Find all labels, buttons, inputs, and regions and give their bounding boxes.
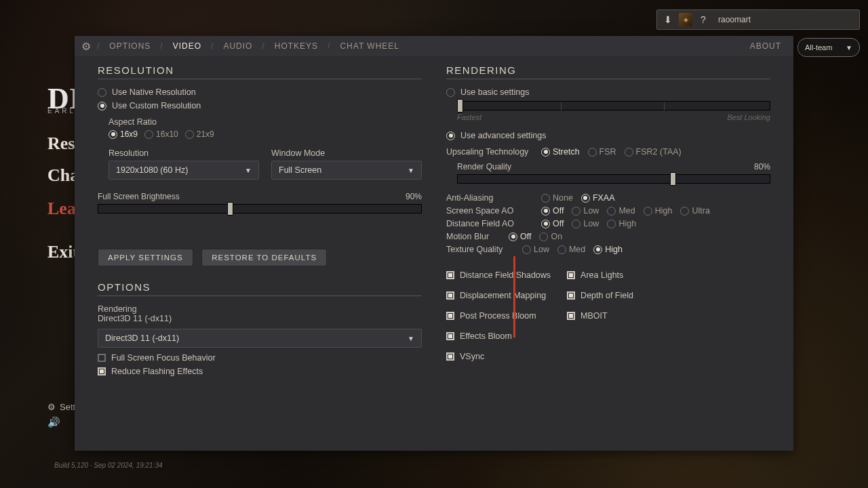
radio-basic-settings[interactable]: Use basic settings xyxy=(446,87,770,97)
brightness-slider[interactable] xyxy=(98,204,422,214)
gear-icon: ⚙ xyxy=(81,40,92,53)
radio-advanced-settings[interactable]: Use advanced settings xyxy=(446,131,770,140)
restore-defaults-button[interactable]: RESTORE TO DEFAULTS xyxy=(201,249,327,266)
tex-med[interactable]: Med xyxy=(557,245,585,254)
motionblur-off[interactable]: Off xyxy=(509,232,531,241)
tab-chatwheel[interactable]: CHAT WHEEL xyxy=(330,41,409,51)
aa-fxaa[interactable]: FXAA xyxy=(581,193,615,203)
ssao-low[interactable]: Low xyxy=(572,206,599,216)
left-column: RESOLUTION Use Native Resolution Use Cus… xyxy=(98,64,422,380)
highlight-bar xyxy=(513,256,515,338)
upscale-fsr[interactable]: FSR xyxy=(588,147,616,157)
checkbox-label: Reduce Flashing Effects xyxy=(111,367,203,376)
check-dof[interactable]: Depth of Field xyxy=(567,291,633,300)
radio-icon xyxy=(98,88,106,97)
radio-icon xyxy=(98,102,106,110)
bg-game-subtitle: EARL xyxy=(47,107,76,115)
window-mode-dropdown[interactable]: Full Screen ▼ xyxy=(271,161,422,180)
chevron-down-icon: ▼ xyxy=(846,44,852,52)
tab-about[interactable]: ABOUT xyxy=(741,41,787,51)
check-focus-behavior[interactable]: Full Screen Focus Behavior xyxy=(98,353,422,363)
checkbox-icon xyxy=(98,354,106,362)
quality-slider[interactable] xyxy=(457,101,770,110)
bg-menu-resume[interactable]: Res xyxy=(47,134,75,154)
dfao-off[interactable]: Off xyxy=(541,219,564,228)
tab-audio[interactable]: AUDIO xyxy=(214,41,262,51)
avatar[interactable]: ◈ xyxy=(679,13,692,26)
section-rendering: RENDERING xyxy=(446,64,770,79)
check-vsync[interactable]: VSync xyxy=(446,352,551,361)
aspect-16x9[interactable]: 16x9 xyxy=(108,129,138,139)
section-options: OPTIONS xyxy=(98,281,422,296)
speaker-icon[interactable]: 🔊 xyxy=(47,416,60,428)
radio-label: Use Native Resolution xyxy=(112,87,196,97)
check-displacement[interactable]: Displacement Mapping xyxy=(446,291,551,300)
dropdown-value: Full Screen xyxy=(279,165,321,175)
texture-quality-label: Texture Quality xyxy=(446,245,514,254)
chevron-down-icon: ▼ xyxy=(408,335,414,342)
rendering-label: Rendering xyxy=(98,304,422,314)
brightness-value: 90% xyxy=(406,192,422,201)
radio-icon xyxy=(446,131,455,140)
brightness-label: Full Screen Brightness xyxy=(98,192,180,201)
check-mboit[interactable]: MBOIT xyxy=(567,311,633,321)
ssao-off[interactable]: Off xyxy=(541,206,564,216)
renderer-dropdown[interactable]: Direct3D 11 (-dx11) ▼ xyxy=(98,329,422,348)
resolution-dropdown[interactable]: 1920x1080 (60 Hz) ▼ xyxy=(108,161,259,180)
tab-bar: ⚙ / OPTIONS / VIDEO / AUDIO / HOTKEYS / … xyxy=(75,36,793,56)
checkbox-label: Full Screen Focus Behavior xyxy=(111,353,216,363)
dropdown-value: 1920x1080 (60 Hz) xyxy=(116,165,188,175)
team-select[interactable]: All-team ▼ xyxy=(797,38,860,57)
apply-settings-button[interactable]: APPLY SETTINGS xyxy=(98,249,193,266)
ssao-ultra[interactable]: Ultra xyxy=(680,206,709,216)
tab-video[interactable]: VIDEO xyxy=(163,41,211,51)
radio-custom-resolution[interactable]: Use Custom Resolution xyxy=(98,101,422,110)
right-column: RENDERING Use basic settings Fastest Bes… xyxy=(446,64,770,380)
aspect-21x9[interactable]: 21x9 xyxy=(185,129,214,139)
chevron-down-icon: ▼ xyxy=(245,167,252,174)
ssao-med[interactable]: Med xyxy=(607,206,635,216)
user-bar: ⬇ ◈ ? raoomart xyxy=(656,9,860,30)
help-icon[interactable]: ? xyxy=(696,13,710,26)
aspect-16x10[interactable]: 16x10 xyxy=(144,129,178,139)
check-reduce-flashing[interactable]: Reduce Flashing Effects xyxy=(98,367,422,376)
aa-none[interactable]: None xyxy=(541,193,573,203)
upscale-fsr2[interactable]: FSR2 (TAA) xyxy=(625,147,682,157)
check-df-shadows[interactable]: Distance Field Shadows xyxy=(446,270,551,280)
download-icon[interactable]: ⬇ xyxy=(661,13,675,26)
checkbox-icon xyxy=(98,367,106,375)
tab-options[interactable]: OPTIONS xyxy=(100,41,160,51)
radio-native-resolution[interactable]: Use Native Resolution xyxy=(98,87,422,97)
motionblur-on[interactable]: On xyxy=(539,232,562,241)
aspect-ratio-options: 16x9 16x10 21x9 xyxy=(108,129,422,139)
render-quality-value: 80% xyxy=(754,162,770,171)
check-fx-bloom[interactable]: Effects Bloom xyxy=(446,331,551,341)
bg-menu-settings-label: Sett xyxy=(60,402,75,412)
quality-low-label: Fastest xyxy=(457,113,481,121)
radio-label: Use basic settings xyxy=(460,87,529,97)
upscaling-label: Upscaling Technology xyxy=(446,147,533,157)
window-mode-label: Window Mode xyxy=(271,148,422,158)
dfao-label: Distance Field AO xyxy=(446,219,533,228)
dropdown-value: Direct3D 11 (-dx11) xyxy=(105,333,179,343)
aspect-ratio-label: Aspect Ratio xyxy=(108,117,422,127)
check-area-lights[interactable]: Area Lights xyxy=(567,270,633,280)
resolution-label: Resolution xyxy=(108,148,259,158)
check-pp-bloom[interactable]: Post Process Bloom xyxy=(446,311,551,321)
dfao-high[interactable]: High xyxy=(607,219,636,228)
section-resolution: RESOLUTION xyxy=(98,64,422,79)
settings-panel: ⚙ / OPTIONS / VIDEO / AUDIO / HOTKEYS / … xyxy=(75,36,793,451)
quality-high-label: Best Looking xyxy=(727,113,770,121)
anti-aliasing-label: Anti-Aliasing xyxy=(446,193,533,203)
radio-icon xyxy=(446,88,455,97)
dfao-low[interactable]: Low xyxy=(572,219,599,228)
tex-low[interactable]: Low xyxy=(522,245,549,254)
render-quality-label: Render Quality xyxy=(457,162,511,171)
ssao-high[interactable]: High xyxy=(644,206,673,216)
render-quality-slider[interactable] xyxy=(457,174,770,184)
ssao-label: Screen Space AO xyxy=(446,206,533,216)
tex-high[interactable]: High xyxy=(593,245,623,254)
upscale-stretch[interactable]: Stretch xyxy=(541,147,580,157)
bg-menu-settings[interactable]: ⚙ Sett xyxy=(47,402,75,412)
tab-hotkeys[interactable]: HOTKEYS xyxy=(265,41,328,51)
